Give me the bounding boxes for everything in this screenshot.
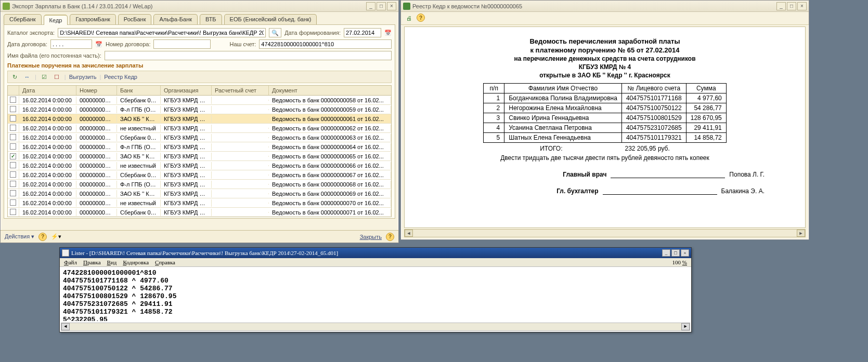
- our-account-input[interactable]: [259, 39, 392, 49]
- row-checkbox[interactable]: [10, 134, 16, 140]
- menu-Файл[interactable]: Файл: [64, 259, 77, 265]
- tab-СберБанк[interactable]: СберБанк: [4, 14, 42, 24]
- refresh-icon[interactable]: ↻: [10, 72, 19, 82]
- registry-button[interactable]: Реестр Кедр: [104, 74, 137, 80]
- total-words: Двести тридцать две тысячи двести пять р…: [414, 154, 796, 162]
- tab-ВТБ[interactable]: ВТБ: [200, 14, 222, 24]
- date-picker-icon[interactable]: 📅: [384, 30, 392, 36]
- table-row[interactable]: 16.02.2014 0:00:0000000000065ЗАО КБ '' К…: [8, 152, 391, 161]
- maximize-button[interactable]: □: [377, 2, 386, 10]
- help-icon-2[interactable]: ?: [386, 233, 394, 241]
- table-row[interactable]: 16.02.2014 0:00:0000000000066не известны…: [8, 161, 391, 170]
- export-button[interactable]: Выгрузить: [69, 74, 97, 80]
- scroll-left-icon[interactable]: ◄: [405, 230, 413, 237]
- table-row[interactable]: 16.02.2014 0:00:0000000000069ЗАО КБ '' К…: [8, 189, 391, 198]
- table-row[interactable]: 16.02.2014 0:00:0000000000058Сбербанк 01…: [8, 96, 391, 105]
- tab-ЕОБ (Енисейский объед. банк)[interactable]: ЕОБ (Енисейский объед. банк): [224, 14, 317, 24]
- tab-РосБанк[interactable]: РосБанк: [118, 14, 152, 24]
- registry-titlebar[interactable]: Реестр Кедр к ведомости №00000000065 _ □…: [401, 1, 809, 12]
- menu-Справка[interactable]: Справка: [155, 259, 175, 265]
- row-checkbox[interactable]: [10, 115, 16, 122]
- tab-Альфа-Банк[interactable]: Альфа-Банк: [153, 14, 198, 24]
- row-checkbox[interactable]: [10, 171, 16, 178]
- minimize-button[interactable]: _: [366, 2, 375, 10]
- contract-num-input[interactable]: [153, 39, 211, 49]
- lister-hscroll[interactable]: ◄ ►: [61, 323, 690, 331]
- scroll-left-icon[interactable]: ◄: [61, 323, 70, 330]
- minimize-button[interactable]: _: [776, 2, 786, 10]
- table-row[interactable]: 16.02.2014 0:00:0000000000061ЗАО КБ '' К…: [8, 114, 391, 124]
- col-bank[interactable]: Банк: [117, 86, 161, 95]
- tab-Кедр[interactable]: Кедр: [44, 15, 68, 25]
- registry-window: Реестр Кедр к ведомости №00000000065 _ □…: [400, 0, 809, 240]
- maximize-button[interactable]: □: [787, 2, 796, 10]
- table-row[interactable]: 16.02.2014 0:00:0000000000063Сбербанк 01…: [8, 133, 391, 142]
- col-org[interactable]: Организация: [161, 86, 212, 95]
- cell-doc: Ведомость в банк 00000000068 от 16.02...: [269, 181, 391, 188]
- catalog-input[interactable]: [58, 28, 266, 37]
- sign2-label: Гл. бухгалтер: [556, 187, 598, 195]
- table-row[interactable]: 16.02.2014 0:00:0000000000059Ф-л ГПБ (ОА…: [8, 105, 391, 114]
- row-checkbox[interactable]: [10, 143, 16, 150]
- close-link[interactable]: Закрыть: [360, 234, 382, 240]
- cell-num: 00000000069: [76, 190, 117, 197]
- close-button[interactable]: ×: [681, 249, 689, 257]
- row-checkbox[interactable]: [10, 106, 16, 112]
- date-picker-icon-2[interactable]: 📅: [95, 41, 102, 48]
- h-scrollbar[interactable]: ◄ ►: [404, 229, 806, 237]
- swap-icon[interactable]: ↔: [22, 72, 32, 82]
- close-button[interactable]: ×: [797, 2, 807, 10]
- row-checkbox[interactable]: [10, 125, 16, 131]
- registry-toolbar: 🖨 ?: [401, 12, 809, 25]
- maximize-button[interactable]: □: [671, 249, 680, 257]
- uncheck-all-icon[interactable]: ☐: [52, 72, 61, 82]
- lister-body[interactable]: 4742281000001000001^810 4047575101771168…: [60, 267, 691, 321]
- col-check[interactable]: [8, 86, 19, 95]
- export-title: Экспорт Зарплаты в Банк (1.14 / 23.01.20…: [12, 3, 152, 9]
- registry-document[interactable]: Ведомость перечисления заработной платы …: [404, 26, 806, 228]
- col-num[interactable]: Номер: [76, 86, 117, 95]
- filename-input[interactable]: [105, 51, 392, 60]
- wand-icon[interactable]: ⚡▾: [51, 233, 61, 240]
- row-checkbox[interactable]: [10, 190, 16, 196]
- cell-org: КГБУЗ КМРД № 4: [161, 190, 212, 197]
- contract-date-input[interactable]: [50, 39, 92, 49]
- table-row[interactable]: 16.02.2014 0:00:0000000000067Сбербанк 01…: [8, 170, 391, 180]
- row-checkbox[interactable]: [10, 162, 16, 168]
- col-date[interactable]: Дата: [19, 86, 76, 95]
- dateform-input[interactable]: [344, 28, 381, 37]
- tab-content: Каталог экспорта: 🔍 Дата формирования: 📅…: [4, 24, 395, 219]
- menu-Вид[interactable]: Вид: [107, 259, 117, 265]
- cell-doc: Ведомость в банк 00000000064 от 16.02...: [269, 143, 391, 151]
- scroll-right-icon[interactable]: ►: [681, 323, 690, 330]
- menu-Правка[interactable]: Правка: [83, 259, 101, 265]
- catalog-browse-button[interactable]: 🔍: [269, 28, 281, 37]
- row-checkbox[interactable]: [10, 153, 16, 159]
- table-row[interactable]: 16.02.2014 0:00:0000000000071Сбербанк 01…: [8, 208, 391, 217]
- table-row[interactable]: 16.02.2014 0:00:0000000000068Ф-л ГПБ (ОА…: [8, 180, 391, 189]
- row-checkbox[interactable]: [10, 97, 16, 103]
- check-all-icon[interactable]: ☑: [40, 72, 49, 82]
- lister-titlebar[interactable]: Lister - [D:\SHARED\! Сетевая папка\Расч…: [60, 248, 691, 258]
- table-row[interactable]: 16.02.2014 0:00:0000000000070не известны…: [8, 198, 391, 208]
- col-acc[interactable]: Расчетный счет: [212, 86, 269, 95]
- close-button[interactable]: ×: [387, 2, 396, 10]
- export-titlebar[interactable]: Экспорт Зарплаты в Банк (1.14 / 23.01.20…: [1, 1, 398, 12]
- help-icon[interactable]: ?: [38, 233, 47, 241]
- cell-num: 00000000061: [76, 115, 117, 123]
- row-checkbox[interactable]: [10, 209, 16, 215]
- table-row[interactable]: 16.02.2014 0:00:0000000000064Ф-л ГПБ (ОА…: [8, 142, 391, 152]
- actions-menu[interactable]: Действия ▾: [5, 233, 34, 240]
- help-icon[interactable]: ?: [417, 14, 425, 22]
- cell-org: КГБУЗ КМРД № 4: [161, 106, 212, 113]
- table-row[interactable]: 16.02.2014 0:00:0000000000062не известны…: [8, 124, 391, 133]
- row-checkbox[interactable]: [10, 181, 16, 187]
- col-doc[interactable]: Документ: [269, 86, 391, 95]
- menu-Кодировка[interactable]: Кодировка: [123, 259, 149, 265]
- grid-body[interactable]: 16.02.2014 0:00:0000000000058Сбербанк 01…: [8, 96, 391, 217]
- row-checkbox[interactable]: [10, 199, 16, 206]
- tab-ГазпромБанк[interactable]: ГазпромБанк: [70, 14, 115, 24]
- scroll-right-icon[interactable]: ►: [797, 230, 805, 237]
- minimize-button[interactable]: _: [662, 249, 670, 257]
- print-icon[interactable]: 🖨: [404, 14, 413, 23]
